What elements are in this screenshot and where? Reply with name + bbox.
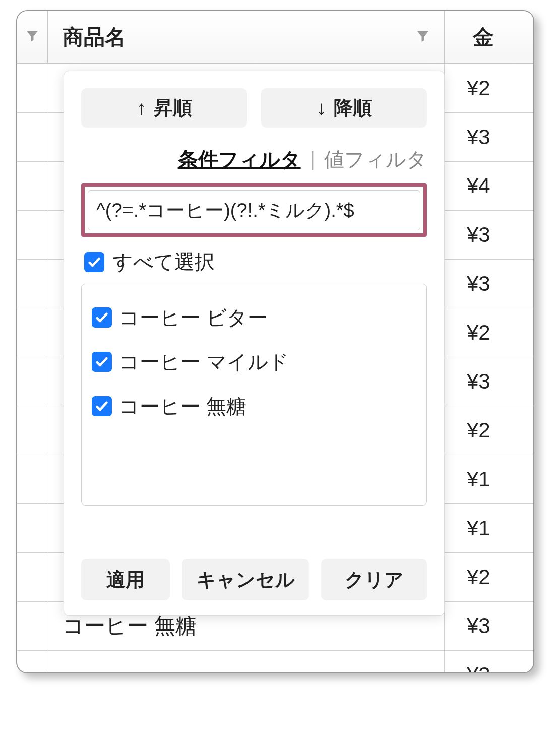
row-blank-cell xyxy=(17,357,48,406)
regex-highlight-box xyxy=(81,183,427,237)
action-buttons-row: 適用 キャンセル クリア xyxy=(81,559,427,600)
header-label-product-name: 商品名 xyxy=(63,23,126,51)
header-cell-product-name[interactable]: 商品名 xyxy=(48,11,445,63)
filter-tabs: 条件フィルタ | 値フィルタ xyxy=(81,146,427,173)
option-label: コーヒー ビター xyxy=(119,304,268,332)
option-checkbox[interactable] xyxy=(92,307,112,328)
row-amount-cell: ¥2 xyxy=(445,406,533,455)
filter-option[interactable]: コーヒー マイルド xyxy=(92,340,416,384)
header-cell-amount[interactable]: 金 xyxy=(445,11,533,63)
row-amount-cell: ¥2 xyxy=(445,64,533,112)
filter-option[interactable]: コーヒー ビター xyxy=(92,295,416,340)
header-label-amount: 金 xyxy=(473,23,494,51)
filter-icon[interactable] xyxy=(415,28,430,46)
option-checkbox[interactable] xyxy=(92,396,112,416)
row-amount-cell: ¥3 xyxy=(445,602,533,650)
option-label: コーヒー マイルド xyxy=(119,348,289,376)
row-amount-cell: ¥3 xyxy=(445,113,533,161)
row-amount-cell: ¥3 xyxy=(445,211,533,259)
row-blank-cell xyxy=(17,64,48,112)
sort-buttons-row: ↑ 昇順 ↓ 降順 xyxy=(81,88,427,128)
filter-icon[interactable] xyxy=(25,28,40,46)
select-all-row[interactable]: すべて選択 xyxy=(81,248,427,276)
apply-button[interactable]: 適用 xyxy=(81,559,170,600)
select-all-label: すべて選択 xyxy=(112,248,215,276)
row-blank-cell xyxy=(17,113,48,161)
clear-button[interactable]: クリア xyxy=(321,559,427,600)
grid-header: 商品名 金 xyxy=(17,11,533,64)
row-blank-cell xyxy=(17,553,48,601)
row-blank-cell xyxy=(17,211,48,259)
row-amount-cell: ¥1 xyxy=(445,504,533,552)
row-blank-cell xyxy=(17,308,48,357)
tab-condition-filter[interactable]: 条件フィルタ xyxy=(178,146,301,173)
row-blank-cell xyxy=(17,162,48,210)
tab-value-filter[interactable]: 値フィルタ xyxy=(324,146,427,173)
option-label: コーヒー 無糖 xyxy=(119,393,246,420)
arrow-down-icon: ↓ xyxy=(317,97,327,119)
row-amount-cell: ¥1 xyxy=(445,455,533,503)
row-amount-cell: ¥3 xyxy=(445,260,533,308)
row-blank-cell xyxy=(17,455,48,503)
row-amount-cell: ¥4 xyxy=(445,162,533,210)
data-grid-frame: 商品名 金 ¥2¥3¥4¥3¥3¥2¥3¥2¥1¥1¥2コーヒー 無糖¥3¥3 … xyxy=(16,10,534,673)
filter-option[interactable]: コーヒー 無糖 xyxy=(92,384,416,428)
table-row[interactable]: ¥3 xyxy=(17,651,533,673)
row-blank-cell xyxy=(17,406,48,455)
filter-options-list: コーヒー ビターコーヒー マイルドコーヒー 無糖 xyxy=(81,284,427,506)
filter-popup: ↑ 昇順 ↓ 降順 条件フィルタ | 値フィルタ すべて選択 コーヒー ビターコ… xyxy=(64,71,445,616)
arrow-up-icon: ↑ xyxy=(137,97,147,119)
row-blank-cell xyxy=(17,651,48,673)
sort-asc-button[interactable]: ↑ 昇順 xyxy=(81,88,247,128)
select-all-checkbox[interactable] xyxy=(84,252,104,272)
row-amount-cell: ¥3 xyxy=(445,651,533,673)
sort-desc-button[interactable]: ↓ 降順 xyxy=(261,88,427,128)
tab-separator: | xyxy=(310,148,315,171)
row-blank-cell xyxy=(17,260,48,308)
row-blank-cell xyxy=(17,602,48,650)
sort-asc-label: 昇順 xyxy=(154,95,192,121)
sort-desc-label: 降順 xyxy=(334,95,372,121)
row-amount-cell: ¥3 xyxy=(445,357,533,406)
option-checkbox[interactable] xyxy=(92,352,112,372)
header-cell-blank[interactable] xyxy=(17,11,48,63)
row-amount-cell: ¥2 xyxy=(445,308,533,357)
cancel-button[interactable]: キャンセル xyxy=(182,559,309,600)
filter-regex-input[interactable] xyxy=(88,190,420,230)
row-amount-cell: ¥2 xyxy=(445,553,533,601)
row-name-cell xyxy=(48,651,445,673)
row-blank-cell xyxy=(17,504,48,552)
